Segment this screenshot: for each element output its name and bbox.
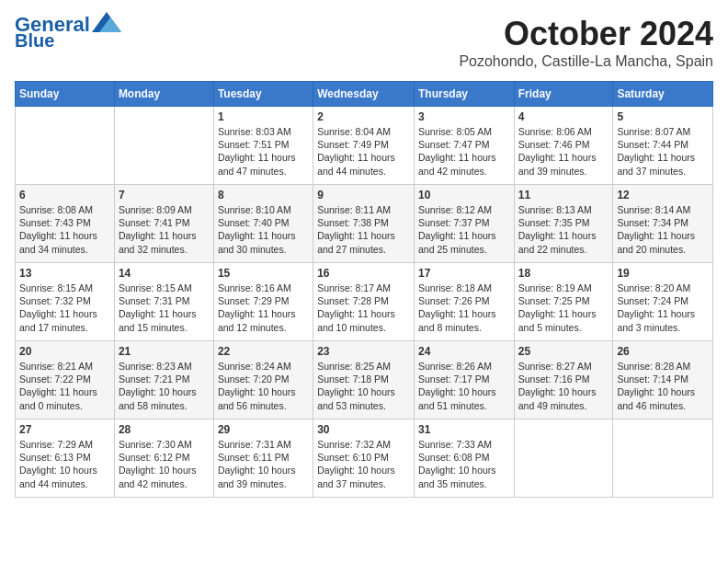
day-number: 1 (218, 110, 309, 123)
calendar-cell: 7Sunrise: 8:09 AM Sunset: 7:41 PM Daylig… (114, 185, 213, 263)
calendar-cell: 31Sunrise: 7:33 AM Sunset: 6:08 PM Dayli… (414, 419, 514, 498)
day-number: 30 (317, 423, 410, 436)
calendar-cell: 26Sunrise: 8:28 AM Sunset: 7:14 PM Dayli… (613, 341, 713, 419)
day-number: 2 (317, 110, 410, 123)
day-number: 23 (317, 345, 410, 358)
calendar-cell: 9Sunrise: 8:11 AM Sunset: 7:38 PM Daylig… (313, 185, 415, 263)
day-header-saturday: Saturday (613, 82, 713, 107)
calendar-cell: 19Sunrise: 8:20 AM Sunset: 7:24 PM Dayli… (613, 263, 713, 341)
calendar-cell: 15Sunrise: 8:16 AM Sunset: 7:29 PM Dayli… (213, 263, 313, 341)
day-content: Sunrise: 8:09 AM Sunset: 7:41 PM Dayligh… (119, 203, 210, 256)
calendar-cell: 6Sunrise: 8:08 AM Sunset: 7:43 PM Daylig… (16, 185, 115, 263)
calendar-cell: 29Sunrise: 7:31 AM Sunset: 6:11 PM Dayli… (213, 419, 313, 498)
calendar-cell: 21Sunrise: 8:23 AM Sunset: 7:21 PM Dayli… (114, 341, 213, 419)
day-number: 22 (218, 345, 309, 358)
day-number: 13 (19, 267, 110, 280)
calendar-cell: 5Sunrise: 8:07 AM Sunset: 7:44 PM Daylig… (613, 107, 713, 185)
calendar-cell: 30Sunrise: 7:32 AM Sunset: 6:10 PM Dayli… (313, 419, 415, 498)
day-number: 24 (418, 345, 510, 358)
day-number: 10 (418, 189, 510, 201)
calendar-cell: 24Sunrise: 8:26 AM Sunset: 7:17 PM Dayli… (414, 341, 514, 419)
calendar-cell: 22Sunrise: 8:24 AM Sunset: 7:20 PM Dayli… (213, 341, 313, 419)
day-number: 14 (119, 267, 210, 280)
day-content: Sunrise: 8:16 AM Sunset: 7:29 PM Dayligh… (218, 282, 309, 334)
day-number: 9 (317, 189, 410, 201)
day-content: Sunrise: 8:24 AM Sunset: 7:20 PM Dayligh… (218, 360, 309, 412)
calendar-cell: 18Sunrise: 8:19 AM Sunset: 7:25 PM Dayli… (514, 263, 613, 341)
logo: General Blue (15, 15, 121, 50)
day-number: 15 (218, 267, 309, 280)
day-number: 25 (518, 345, 609, 358)
calendar-cell: 14Sunrise: 8:15 AM Sunset: 7:31 PM Dayli… (114, 263, 213, 341)
day-content: Sunrise: 8:07 AM Sunset: 7:44 PM Dayligh… (617, 125, 709, 178)
day-content: Sunrise: 8:12 AM Sunset: 7:37 PM Dayligh… (418, 203, 510, 256)
day-content: Sunrise: 8:05 AM Sunset: 7:47 PM Dayligh… (418, 125, 510, 178)
calendar-cell (16, 107, 115, 185)
calendar-cell: 27Sunrise: 7:29 AM Sunset: 6:13 PM Dayli… (16, 419, 115, 498)
day-content: Sunrise: 8:10 AM Sunset: 7:40 PM Dayligh… (218, 203, 309, 256)
day-number: 29 (218, 423, 309, 436)
day-number: 20 (19, 345, 110, 358)
day-header-friday: Friday (514, 82, 613, 107)
day-content: Sunrise: 8:11 AM Sunset: 7:38 PM Dayligh… (317, 203, 410, 256)
page-title: October 2024 (459, 15, 713, 53)
day-number: 18 (518, 267, 609, 280)
day-number: 3 (418, 110, 510, 123)
day-content: Sunrise: 8:04 AM Sunset: 7:49 PM Dayligh… (317, 125, 410, 178)
logo-icon (92, 12, 121, 32)
day-number: 4 (518, 110, 609, 123)
day-content: Sunrise: 8:20 AM Sunset: 7:24 PM Dayligh… (617, 282, 709, 334)
day-header-thursday: Thursday (414, 82, 514, 107)
calendar-cell: 2Sunrise: 8:04 AM Sunset: 7:49 PM Daylig… (313, 107, 415, 185)
day-content: Sunrise: 8:25 AM Sunset: 7:18 PM Dayligh… (317, 360, 410, 412)
page-subtitle: Pozohondo, Castille-La Mancha, Spain (459, 53, 713, 70)
calendar-week-row: 6Sunrise: 8:08 AM Sunset: 7:43 PM Daylig… (16, 185, 713, 263)
day-content: Sunrise: 7:31 AM Sunset: 6:11 PM Dayligh… (218, 438, 309, 490)
day-content: Sunrise: 8:13 AM Sunset: 7:35 PM Dayligh… (518, 203, 609, 256)
calendar-cell (114, 107, 213, 185)
day-content: Sunrise: 8:27 AM Sunset: 7:16 PM Dayligh… (518, 360, 609, 412)
day-content: Sunrise: 8:15 AM Sunset: 7:32 PM Dayligh… (19, 282, 110, 334)
day-content: Sunrise: 8:08 AM Sunset: 7:43 PM Dayligh… (19, 203, 110, 256)
day-number: 5 (617, 110, 709, 123)
day-content: Sunrise: 8:26 AM Sunset: 7:17 PM Dayligh… (418, 360, 510, 412)
day-content: Sunrise: 8:21 AM Sunset: 7:22 PM Dayligh… (19, 360, 110, 412)
calendar-cell: 23Sunrise: 8:25 AM Sunset: 7:18 PM Dayli… (313, 341, 415, 419)
calendar-cell: 28Sunrise: 7:30 AM Sunset: 6:12 PM Dayli… (114, 419, 213, 498)
day-number: 6 (19, 189, 110, 201)
calendar-cell: 11Sunrise: 8:13 AM Sunset: 7:35 PM Dayli… (514, 185, 613, 263)
day-number: 12 (617, 189, 709, 201)
day-header-tuesday: Tuesday (213, 82, 313, 107)
calendar-week-row: 27Sunrise: 7:29 AM Sunset: 6:13 PM Dayli… (16, 419, 713, 498)
calendar-table: SundayMondayTuesdayWednesdayThursdayFrid… (15, 81, 713, 498)
calendar-week-row: 20Sunrise: 8:21 AM Sunset: 7:22 PM Dayli… (16, 341, 713, 419)
day-content: Sunrise: 8:28 AM Sunset: 7:14 PM Dayligh… (617, 360, 709, 412)
day-header-sunday: Sunday (16, 82, 115, 107)
day-content: Sunrise: 8:03 AM Sunset: 7:51 PM Dayligh… (218, 125, 309, 178)
day-number: 21 (119, 345, 210, 358)
day-number: 8 (218, 189, 309, 201)
calendar-cell: 8Sunrise: 8:10 AM Sunset: 7:40 PM Daylig… (213, 185, 313, 263)
day-content: Sunrise: 8:17 AM Sunset: 7:28 PM Dayligh… (317, 282, 410, 334)
calendar-cell: 4Sunrise: 8:06 AM Sunset: 7:46 PM Daylig… (514, 107, 613, 185)
day-number: 28 (119, 423, 210, 436)
page-header: General Blue October 2024 Pozohondo, Cas… (15, 15, 713, 70)
calendar-cell: 1Sunrise: 8:03 AM Sunset: 7:51 PM Daylig… (213, 107, 313, 185)
calendar-cell: 13Sunrise: 8:15 AM Sunset: 7:32 PM Dayli… (16, 263, 115, 341)
day-number: 17 (418, 267, 510, 280)
day-number: 27 (19, 423, 110, 436)
day-number: 7 (119, 189, 210, 201)
day-content: Sunrise: 7:29 AM Sunset: 6:13 PM Dayligh… (19, 438, 110, 490)
logo-subtext: Blue (15, 31, 54, 50)
day-header-wednesday: Wednesday (313, 82, 415, 107)
day-number: 11 (518, 189, 609, 201)
day-number: 16 (317, 267, 410, 280)
calendar-header-row: SundayMondayTuesdayWednesdayThursdayFrid… (16, 82, 713, 107)
calendar-cell: 20Sunrise: 8:21 AM Sunset: 7:22 PM Dayli… (16, 341, 115, 419)
calendar-cell: 16Sunrise: 8:17 AM Sunset: 7:28 PM Dayli… (313, 263, 415, 341)
day-number: 19 (617, 267, 709, 280)
calendar-cell (514, 419, 613, 498)
calendar-cell (613, 419, 713, 498)
day-content: Sunrise: 8:14 AM Sunset: 7:34 PM Dayligh… (617, 203, 709, 256)
day-content: Sunrise: 7:32 AM Sunset: 6:10 PM Dayligh… (317, 438, 410, 490)
